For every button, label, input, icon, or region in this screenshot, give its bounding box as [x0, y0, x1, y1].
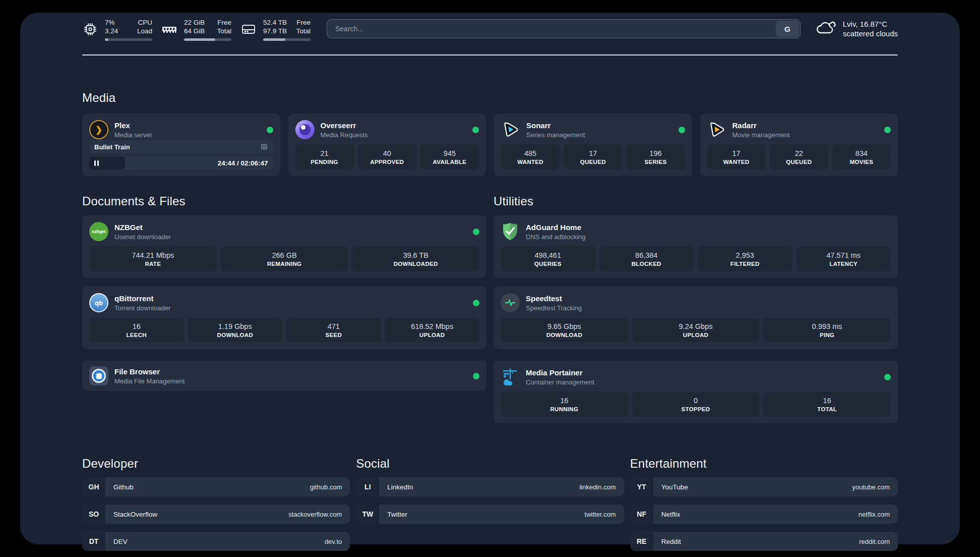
speedtest-icon: [501, 293, 520, 312]
app-desc: Usenet downloader: [114, 233, 171, 241]
section-title-developer: Developer: [82, 457, 350, 471]
link-dev[interactable]: DT DEVdev.to: [82, 532, 350, 551]
app-desc: Series management: [526, 131, 585, 139]
stat-tile: 22QUEUED: [770, 144, 828, 170]
cpu-stat: 7%CPU 3.24Load: [82, 18, 152, 41]
overseerr-icon: [295, 120, 315, 139]
link-name: YouTube: [661, 483, 688, 491]
stat-tile: 618.52 MbpsUPLOAD: [385, 317, 480, 343]
cpu-load-label: Load: [137, 27, 152, 35]
link-abbr-badge: YT: [630, 477, 653, 496]
radarr-icon: [707, 120, 726, 139]
disk-free-label: Free: [296, 18, 311, 27]
section-documents: Documents & Files nzbget NZBGet Usenet d…: [82, 194, 486, 391]
link-name: StackOverflow: [113, 511, 157, 518]
disk-total-value: 97.9 TB: [263, 27, 287, 35]
portainer-icon: [501, 367, 520, 386]
playback-time: 24:44 / 02:06:47: [218, 159, 268, 167]
cpu-usage: 7%: [105, 18, 115, 27]
app-card-speedtest[interactable]: Speedtest Speedtest Tracking 9.65 GbpsDO…: [494, 287, 898, 349]
link-twitter[interactable]: TW Twittertwitter.com: [356, 505, 624, 524]
link-url: netflix.com: [859, 511, 890, 518]
plex-icon: ❯: [89, 120, 108, 139]
stat-tile: 744.21 MbpsRATE: [89, 246, 217, 271]
link-youtube[interactable]: YT YouTubeyoutube.com: [630, 477, 898, 496]
search-bar: G: [327, 19, 801, 38]
stat-tile: 0.993 msPING: [763, 317, 891, 343]
link-abbr-badge: RE: [630, 532, 653, 551]
top-bar: 7%CPU 3.24Load 22 GiBFree 64 GiBTotal: [82, 18, 898, 41]
status-dot: [679, 127, 685, 133]
link-netflix[interactable]: NF Netflixnetflix.com: [630, 505, 898, 524]
link-abbr-badge: GH: [82, 477, 105, 496]
status-dot: [472, 127, 479, 133]
app-name: Speedtest: [526, 294, 582, 303]
status-dot: [267, 127, 273, 133]
app-card-sonarr[interactable]: Sonarr Series management 485WANTED 17QUE…: [494, 114, 692, 176]
stat-tile: 2,953FILTERED: [698, 246, 792, 271]
link-name: DEV: [113, 538, 128, 545]
memory-free-value: 22 GiB: [184, 18, 205, 27]
link-url: twitter.com: [585, 511, 616, 518]
link-stackoverflow[interactable]: SO StackOverflowstackoverflow.com: [82, 505, 350, 524]
disk-progress-bar: [263, 38, 311, 41]
plex-now-playing-widget: Bullet Train 24:44 / 02:06:47: [89, 140, 273, 170]
app-card-overseerr[interactable]: Overseerr Media Requests 21PENDING 40APP…: [288, 114, 486, 176]
app-desc: Container management: [526, 378, 594, 386]
stat-tile: 834MOVIES: [832, 144, 891, 170]
link-url: youtube.com: [852, 483, 890, 491]
cpu-label: CPU: [138, 18, 152, 27]
stat-tile: 471SEED: [286, 317, 381, 343]
section-title-entertainment: Entertainment: [630, 457, 898, 471]
status-dot: [473, 300, 479, 306]
stat-tile: 86,384BLOCKED: [599, 246, 694, 271]
stat-tile: 266 GBREMAINING: [221, 246, 348, 271]
cpu-load-value: 3.24: [105, 27, 118, 35]
app-name: AdGuard Home: [526, 223, 586, 232]
app-desc: Media server: [114, 131, 152, 139]
stat-tile: 39.6 TBDOWNLOADED: [352, 246, 479, 271]
stat-tile: 16RUNNING: [501, 392, 628, 417]
app-card-filebrowser[interactable]: File Browser Media File Management: [82, 361, 486, 391]
section-social: Social LI LinkedInlinkedin.com TW Twitte…: [356, 457, 624, 551]
app-card-qbittorrent[interactable]: qb qBittorrent Torrent downloader 16LEEC…: [82, 287, 486, 349]
link-reddit[interactable]: RE Redditreddit.com: [630, 532, 898, 551]
app-desc: Movie management: [732, 131, 790, 139]
app-desc: DNS and adblocking: [526, 233, 586, 241]
memory-stat: 22 GiBFree 64 GiBTotal: [161, 18, 231, 41]
section-utilities: Utilities: [494, 194, 898, 423]
app-card-portainer[interactable]: Media Portainer Container management 16R…: [494, 361, 898, 423]
app-name: NZBGet: [114, 223, 171, 232]
link-abbr-badge: TW: [356, 505, 379, 524]
stat-tile: 21PENDING: [295, 144, 354, 170]
weather-widget: Lviv, 16.87°C scattered clouds: [816, 19, 898, 38]
link-abbr-badge: LI: [356, 477, 379, 496]
search-input[interactable]: [327, 20, 800, 38]
playback-progress-bar[interactable]: 24:44 / 02:06:47: [89, 156, 273, 170]
app-desc: Speedtest Tracking: [526, 304, 582, 312]
link-name: LinkedIn: [387, 483, 413, 491]
app-card-adguard[interactable]: AdGuard Home DNS and adblocking 498,461Q…: [494, 215, 898, 278]
section-title-documents: Documents & Files: [82, 194, 486, 208]
link-linkedin[interactable]: LI LinkedInlinkedin.com: [356, 477, 624, 496]
app-card-plex[interactable]: ❯ Plex Media server Bullet Train: [82, 114, 280, 176]
search-engine-button[interactable]: G: [776, 21, 799, 37]
stat-tile: 0STOPPED: [632, 392, 760, 417]
app-card-radarr[interactable]: Radarr Movie management 17WANTED 22QUEUE…: [700, 114, 898, 176]
adguard-icon: [501, 222, 520, 241]
status-dot: [884, 374, 891, 380]
link-abbr-badge: DT: [82, 532, 105, 551]
memory-free-label: Free: [217, 18, 231, 27]
link-name: Twitter: [387, 511, 407, 518]
link-github[interactable]: GH Githubgithub.com: [82, 477, 350, 496]
stat-tile: 40APPROVED: [358, 144, 416, 170]
cpu-icon: [82, 21, 98, 37]
link-url: reddit.com: [859, 538, 890, 545]
nzbget-icon: nzbget: [89, 222, 108, 241]
disk-icon: [240, 21, 257, 37]
pause-icon[interactable]: [94, 160, 99, 166]
status-dot: [473, 373, 479, 379]
stat-tile: 9.65 GbpsDOWNLOAD: [501, 317, 628, 343]
app-card-nzbget[interactable]: nzbget NZBGet Usenet downloader 744.21 M…: [82, 215, 486, 278]
app-desc: Media File Management: [114, 377, 185, 385]
